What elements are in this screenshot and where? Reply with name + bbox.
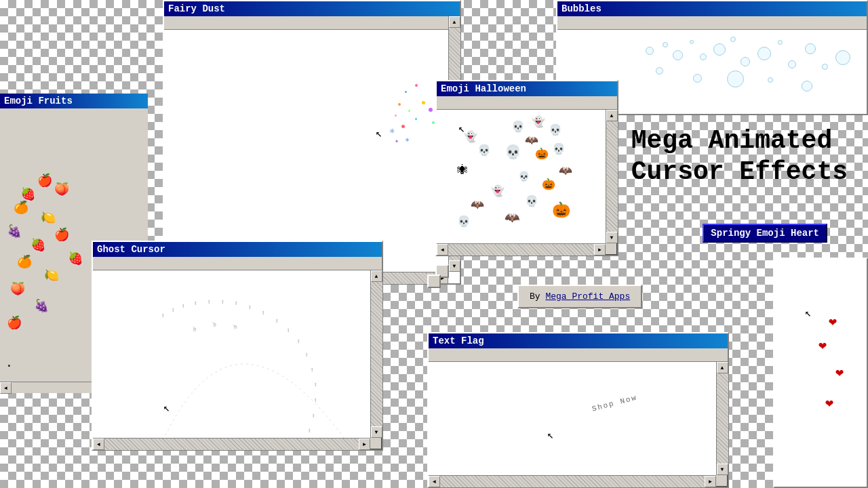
bubble-12 — [805, 43, 816, 54]
scroll-down-btn-4[interactable]: ▼ — [717, 464, 728, 475]
mega-title: Mega Animated Cursor Effects — [631, 125, 848, 187]
halloween-emoji-16: 💀 — [525, 195, 538, 208]
fruit-emoji-14: 🍎 — [7, 315, 22, 330]
bubble-5 — [700, 54, 707, 60]
ghost-scrollbar-h[interactable]: ◄ ► — [93, 438, 370, 449]
fruit-emoji-10: 🍋 — [44, 268, 59, 283]
fairy-dot-4 — [408, 110, 410, 112]
fruit-emoji-1: 🍓 — [20, 186, 35, 201]
emoji-halloween-subtitle — [437, 96, 617, 110]
hearts-cursor: ↖ — [805, 306, 812, 320]
fruit-emoji-3: 🍑 — [54, 182, 69, 197]
ghost-cursor-titlebar: Ghost Cursor — [93, 242, 382, 257]
scroll-up-btn-3[interactable]: ▲ — [371, 270, 382, 282]
fruit-emoji-9: 🍊 — [17, 254, 32, 269]
scroll-v-track-3 — [371, 282, 382, 426]
fruit-emoji-4: 🍊 — [14, 200, 28, 215]
fairy-cursor: ↖ — [376, 127, 382, 140]
resize-handle-2[interactable] — [427, 274, 441, 288]
halloween-emoji-9: 💀 — [477, 144, 491, 157]
fruit-emoji-8: 🍎 — [54, 227, 69, 242]
halloween-cursor: ↖ — [458, 122, 465, 136]
heart-3: ❤ — [835, 364, 844, 381]
scroll-right-btn-4[interactable]: ► — [705, 476, 716, 487]
bubble-15 — [656, 67, 663, 75]
fruit-emoji-7: 🍓 — [31, 237, 45, 252]
text-flag-text: Shop Now — [591, 393, 639, 413]
fairy-dot-6 — [429, 108, 433, 112]
halloween-emoji-2: 👻 — [532, 115, 545, 129]
scroll-down-btn-2[interactable]: ▼ — [606, 232, 618, 243]
halloween-emoji-3: 💀 — [549, 123, 562, 137]
text-flag-content: Shop Now ↖ — [429, 362, 716, 475]
scroll-right-btn-3[interactable]: ► — [359, 439, 370, 450]
ghost-scrollbar-v[interactable]: ▲ ▼ — [370, 270, 382, 438]
halloween-scrollbar-v[interactable]: ▲ ▼ — [606, 110, 617, 243]
halloween-emoji-14: 👻 — [491, 184, 505, 198]
fruit-emoji-13: 🍇 — [34, 298, 49, 313]
bubble-19 — [802, 81, 812, 92]
heart-2: ❤ — [818, 337, 827, 354]
bubbles-subtitle — [557, 16, 867, 30]
bubble-4 — [690, 40, 694, 44]
halloween-emoji-6: 🎃 — [535, 147, 549, 161]
halloween-emoji-19: 💀 — [457, 215, 471, 228]
scroll-v-track-2 — [606, 121, 618, 232]
bubble-1 — [646, 47, 654, 55]
halloween-emoji-13: 🎃 — [542, 178, 555, 191]
attribution-box[interactable]: By Mega Profit Apps — [517, 285, 642, 308]
bubble-9 — [757, 47, 771, 60]
hearts-window: ❤ ❤ ❤ ❤ ↖ — [773, 258, 868, 488]
bubble-18 — [768, 77, 773, 83]
fairy-dot-1 — [415, 84, 418, 87]
bubble-17 — [727, 70, 744, 87]
ghost-cursor-3: 🖱 — [231, 323, 239, 331]
fairy-dot-3 — [422, 101, 425, 104]
scroll-down-btn-3[interactable]: ▼ — [371, 426, 382, 438]
scroll-up-btn-4[interactable]: ▲ — [717, 362, 728, 373]
halloween-scrollbar-h[interactable]: ◄ ► — [437, 243, 606, 255]
halloween-emoji-11: 🕷 — [457, 164, 468, 177]
text-flag-scrollbar-h[interactable]: ◄ ► — [429, 475, 716, 487]
hearts-content: ❤ ❤ ❤ ❤ ↖ — [774, 259, 867, 487]
scroll-h-track-2 — [448, 244, 594, 256]
emoji-halloween-titlebar: Emoji Halloween — [437, 81, 617, 96]
scroll-left-btn-4[interactable]: ◄ — [429, 476, 440, 487]
halloween-emoji-8: 👻 — [464, 130, 477, 144]
bubble-11 — [788, 60, 796, 68]
bubble-7 — [730, 37, 736, 42]
fruit-emoji-5: 🍋 — [41, 210, 56, 225]
fairy-dust-titlebar: Fairy Dust — [164, 1, 460, 16]
text-flag-scrollbar-v[interactable]: ▲ ▼ — [716, 362, 728, 475]
scroll-right-btn-2[interactable]: ► — [594, 244, 606, 256]
halloween-emoji-18: 🦇 — [505, 210, 519, 225]
scroll-left-btn[interactable]: ◄ — [0, 382, 12, 394]
scroll-up-btn-2[interactable]: ▲ — [606, 110, 618, 121]
mega-profit-apps-link[interactable]: Mega Profit Apps — [545, 291, 630, 302]
halloween-emoji-4: 🦇 — [525, 134, 538, 147]
ghost-cursor-window: Ghost Cursor ⬆ ⬆ ⬆ ⬆ ⬆ ⬆ ⬆ ⬆ ⬆ ⬆ ⬆ ⬆ ⬆ ⬆… — [92, 241, 383, 451]
scroll-down-btn[interactable]: ▼ — [449, 260, 460, 272]
fairy-dust-subtitle — [164, 16, 460, 30]
scroll-left-btn-3[interactable]: ◄ — [93, 439, 104, 450]
fairy-star-2: ✦ — [395, 137, 399, 145]
bubble-3 — [673, 50, 683, 60]
heart-4: ❤ — [825, 394, 833, 411]
text-flag-cursor: ↖ — [547, 428, 554, 442]
emoji-halloween-window: Emoji Halloween 💀 👻 💀 🦇 💀 🎃 💀 👻 💀 🦇 🕷 💀 … — [435, 80, 618, 256]
fruit-emoji-6: 🍇 — [7, 224, 22, 239]
springy-emoji-heart-button[interactable]: Springy Emoji Heart — [703, 224, 827, 243]
halloween-emoji-17: 🎃 — [552, 201, 570, 220]
scroll-up-btn[interactable]: ▲ — [449, 16, 460, 28]
bubble-14 — [835, 50, 850, 65]
text-flag-window: Text Flag Shop Now ↖ ▲ ▼ ◄ ► — [427, 332, 729, 488]
ghost-cursor-1: 🖱 — [191, 325, 198, 333]
scroll-h-track-3 — [104, 439, 359, 450]
fairy-dot-7 — [415, 118, 417, 120]
halloween-emoji-15: 🦇 — [471, 198, 484, 211]
bubble-8 — [741, 57, 750, 66]
ghost-cursor-2: 🖱 — [212, 321, 218, 329]
fairy-star-1: ✳ — [389, 125, 395, 136]
scroll-left-btn-2[interactable]: ◄ — [437, 244, 448, 256]
bubble-10 — [778, 40, 783, 45]
